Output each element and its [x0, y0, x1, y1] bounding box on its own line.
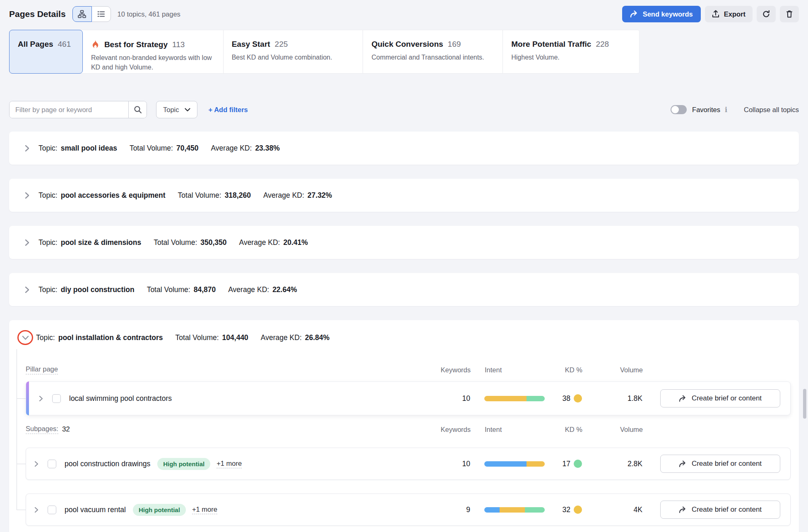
tree-connector [17, 349, 17, 510]
chevron-right-icon[interactable] [34, 461, 38, 467]
refresh-icon [762, 10, 770, 18]
page-name[interactable]: pool vacuum rental [65, 506, 126, 514]
total-volume-value: 104,440 [222, 333, 248, 342]
subpages-count: 32 [62, 425, 70, 434]
topic-filter-dropdown[interactable]: Topic [156, 101, 197, 118]
trash-icon [786, 10, 793, 18]
volume-column-header: Volume [597, 426, 643, 434]
view-toggle [72, 6, 111, 22]
export-button[interactable]: Export [705, 6, 753, 22]
intent-bar [484, 507, 545, 513]
pages-table: Pillar page Keywords Intent KD % Volume … [26, 362, 791, 526]
send-keywords-button[interactable]: Send keywords [622, 6, 701, 22]
topic-name: small pool ideas [61, 144, 117, 153]
chevron-down-icon[interactable] [22, 335, 29, 340]
keywords-count: 9 [433, 506, 470, 514]
chevron-right-icon[interactable] [25, 239, 29, 246]
topic-row-pool-size[interactable]: Topic:pool size & dimensions Total Volum… [9, 226, 799, 259]
tab-all-pages[interactable]: All Pages461 [9, 30, 83, 74]
volume-value: 4K [597, 506, 642, 514]
tab-easy-start[interactable]: Easy Start225 Best KD and Volume combina… [224, 30, 363, 73]
tab-best-for-strategy[interactable]: Best for Strategy113 Relevant non-brande… [83, 30, 224, 73]
topics-view-button[interactable] [72, 6, 92, 22]
subpages-label[interactable]: Subpages: [26, 425, 58, 434]
row-checkbox[interactable] [52, 394, 61, 403]
average-kd-value: 26.84% [305, 333, 329, 342]
volume-column-header: Volume [597, 366, 643, 374]
refresh-button[interactable] [757, 6, 776, 22]
subpage-row: pool vacuum rental High potential +1 mor… [26, 494, 791, 526]
search-icon [134, 105, 142, 114]
create-brief-button[interactable]: Create brief or content [660, 501, 780, 519]
tree-connector [17, 464, 26, 464]
average-kd-value: 27.32% [308, 191, 332, 200]
row-checkbox[interactable] [48, 460, 56, 468]
kd-column-header: KD % [545, 366, 582, 374]
pillar-columns-header: Pillar page Keywords Intent KD % Volume [26, 362, 791, 378]
create-brief-button[interactable]: Create brief or content [660, 455, 780, 473]
topic-name: diy pool construction [61, 285, 135, 294]
delete-button[interactable] [780, 6, 799, 22]
top-bar: Pages Details [9, 5, 799, 23]
chevron-right-icon[interactable] [25, 145, 29, 152]
total-volume-value: 70,450 [176, 144, 199, 153]
add-filters-link[interactable]: + Add filters [209, 106, 248, 114]
topic-row-diy-pool-construction[interactable]: Topic:diy pool construction Total Volume… [9, 273, 799, 306]
more-badges-link[interactable]: +1 more [192, 506, 217, 514]
high-potential-badge: High potential [133, 504, 186, 516]
topic-name: pool installation & contractors [58, 333, 163, 342]
kd-value: 38 [545, 394, 570, 403]
tree-connector [17, 510, 26, 510]
pillar-accent-bar [26, 381, 29, 415]
collapse-all-topics-link[interactable]: Collapse all topics [744, 106, 799, 114]
toggle-knob [671, 106, 679, 113]
intent-column-header: Intent [485, 426, 545, 434]
favorites-label: Favorites [692, 106, 720, 114]
page-name[interactable]: local swimming pool contractors [69, 394, 172, 403]
row-checkbox[interactable] [48, 506, 56, 514]
export-icon [712, 10, 719, 18]
pages-details-screen: Pages Details [0, 0, 808, 532]
chevron-right-icon[interactable] [25, 192, 29, 199]
keywords-column-header: Keywords [433, 366, 471, 374]
search-button[interactable] [128, 101, 147, 118]
send-arrow-icon [630, 10, 638, 18]
search-input[interactable] [10, 101, 128, 118]
kd-cell: 38 [545, 394, 582, 403]
kd-value: 17 [545, 460, 570, 468]
keywords-count: 10 [433, 460, 470, 468]
kd-difficulty-dot [574, 506, 582, 514]
intent-column-header: Intent [485, 366, 545, 374]
expanded-topic-header[interactable]: Topic:pool installation & contractors To… [9, 320, 799, 347]
page-name[interactable]: pool construction drawings [65, 460, 150, 468]
average-kd-value: 23.38% [255, 144, 279, 153]
kd-difficulty-dot [574, 394, 582, 403]
send-arrow-icon [679, 506, 687, 513]
scrollbar-thumb[interactable] [803, 389, 806, 419]
tab-quick-conversions[interactable]: Quick Conversions169 Commercial and Tran… [363, 30, 503, 73]
list-view-button[interactable] [91, 6, 111, 22]
volume-value: 2.8K [597, 460, 642, 468]
chevron-right-icon[interactable] [34, 507, 38, 513]
tab-more-potential-traffic[interactable]: More Potential Traffic228 Highest Volume… [503, 30, 639, 73]
info-icon[interactable]: i [725, 106, 727, 114]
intent-bar [484, 396, 545, 401]
filter-bar-right: Favorites i Collapse all topics [671, 105, 799, 114]
page-title: Pages Details [9, 9, 66, 19]
create-brief-button[interactable]: Create brief or content [660, 389, 780, 407]
chevron-right-icon[interactable] [39, 395, 43, 402]
more-badges-link[interactable]: +1 more [216, 460, 242, 468]
list-icon [96, 10, 106, 19]
kd-difficulty-dot [574, 460, 582, 468]
topic-row-small-pool-ideas[interactable]: Topic:small pool ideas Total Volume:70,4… [9, 132, 799, 165]
kd-cell: 32 [545, 506, 582, 514]
chevron-right-icon[interactable] [25, 286, 29, 293]
top-bar-actions: Send keywords Export [622, 6, 799, 22]
favorites-toggle[interactable] [671, 105, 687, 114]
topic-row-pool-accessories[interactable]: Topic:pool accessories & equipment Total… [9, 179, 799, 212]
pillar-page-label[interactable]: Pillar page [26, 365, 58, 374]
intent-bar [484, 461, 545, 467]
search-box [9, 101, 147, 118]
volume-value: 1.8K [597, 394, 642, 403]
topic-name: pool size & dimensions [61, 238, 141, 247]
